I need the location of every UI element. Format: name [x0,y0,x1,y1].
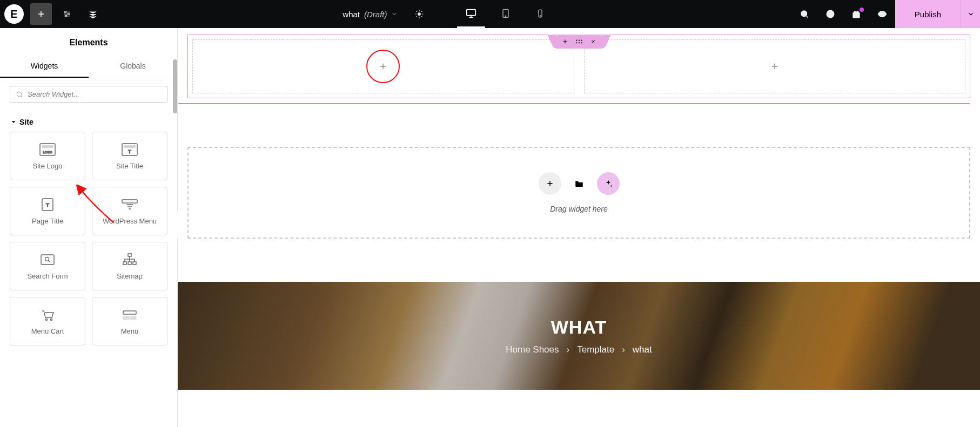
breadcrumb-separator: › [622,344,625,355]
search-form-icon [39,253,56,267]
publish-options-dropdown[interactable] [961,0,980,28]
finder-search-button[interactable] [794,3,815,25]
svg-point-39 [578,42,579,43]
widget-page-title[interactable]: T Page Title [10,187,85,235]
svg-rect-27 [123,262,126,265]
widget-label: Search Form [27,272,68,280]
widget-label: Sitemap [117,272,143,280]
ai-button[interactable] [597,172,620,195]
svg-text:LOGO: LOGO [43,151,52,154]
search-widget-input[interactable] [10,86,167,103]
svg-text:T: T [46,202,49,208]
svg-rect-29 [133,262,136,265]
drag-hint-text: Drag widget here [550,205,608,213]
search-icon [800,9,809,19]
svg-point-36 [578,40,579,41]
category-site-header[interactable]: Site [0,110,177,132]
delete-section-button[interactable] [586,36,600,48]
page-title-icon: T [39,198,56,212]
widget-site-logo[interactable]: LOGO Site Logo [10,132,85,180]
svg-rect-4 [467,9,476,15]
structure-button[interactable] [82,3,104,25]
breadcrumb-separator: › [567,344,570,355]
help-button[interactable] [820,3,841,25]
add-widget-button-highlighted[interactable] [366,50,400,83]
tablet-icon [500,8,511,19]
desktop-icon [465,8,477,19]
column-1[interactable] [192,39,574,93]
drag-handle-icon [575,39,583,44]
edit-section-button[interactable] [572,36,586,48]
tab-globals[interactable]: Globals [89,55,177,78]
responsive-mobile-tab[interactable] [526,0,554,28]
new-section-dropzone[interactable]: Drag widget here [187,147,970,239]
page-settings-button[interactable] [408,3,430,25]
svg-rect-34 [130,316,136,320]
tab-widgets[interactable]: Widgets [0,55,89,78]
svg-point-25 [45,257,49,261]
svg-rect-24 [41,255,54,265]
add-elements-button[interactable] [30,3,52,25]
sidebar-scrollbar[interactable] [173,59,177,113]
hero-title: WHAT [551,317,607,338]
svg-point-3 [418,13,421,16]
breadcrumb-template[interactable]: Template [577,344,614,355]
plus-icon [378,62,388,71]
breadcrumb-current: what [633,344,652,355]
document-name: what [343,10,360,19]
add-template-button[interactable] [568,172,590,195]
menu-cart-icon [39,308,56,322]
widget-sitemap[interactable]: Sitemap [92,242,167,290]
site-settings-button[interactable] [56,3,78,25]
widget-label: Page Title [32,217,63,225]
svg-rect-33 [123,316,129,320]
search-icon [16,91,23,98]
search-input-field[interactable] [28,90,162,98]
preview-button[interactable] [871,3,893,25]
svg-point-13 [881,13,884,16]
svg-point-2 [65,15,67,17]
breadcrumb: Home Shoes › Template › what [506,344,652,355]
svg-point-30 [46,318,48,320]
document-status: (Draft) [364,10,387,19]
responsive-desktop-tab[interactable] [457,0,485,28]
notification-dot [860,8,864,12]
svg-text:T: T [128,149,131,154]
svg-rect-19 [124,146,135,147]
svg-rect-28 [128,262,131,265]
svg-point-14 [17,92,21,96]
svg-point-1 [68,13,70,15]
elementor-logo[interactable]: E [0,0,28,28]
plus-icon [546,179,554,188]
whats-new-button[interactable] [845,3,867,25]
add-new-section-button[interactable] [539,172,561,195]
svg-rect-26 [128,254,131,256]
svg-rect-23 [122,200,137,203]
document-title-dropdown[interactable]: what (Draft) [343,10,398,19]
widget-site-title[interactable]: T Site Title [92,132,167,180]
section-container[interactable] [187,35,970,98]
add-section-button[interactable] [558,36,572,48]
add-widget-button[interactable] [766,58,783,75]
widget-menu[interactable]: Menu [92,297,167,345]
hero-section: WHAT Home Shoes › Template › what [178,282,980,390]
widget-label: Site Title [116,162,143,170]
breadcrumb-home[interactable]: Home Shoes [506,344,559,355]
site-logo-icon: LOGO [39,143,56,157]
widget-search-form[interactable]: Search Form [10,242,85,290]
folder-icon [574,179,584,188]
eye-icon [877,9,887,19]
mobile-icon [535,9,545,18]
svg-point-40 [581,42,582,43]
widget-menu-cart[interactable]: Menu Cart [10,297,85,345]
close-icon [590,38,596,45]
svg-point-37 [581,40,582,41]
publish-button[interactable]: Publish [895,0,961,28]
widget-wordpress-menu[interactable]: WordPress Menu [92,187,167,235]
responsive-tablet-tab[interactable] [492,0,520,28]
chevron-down-icon [967,10,975,18]
category-label: Site [19,118,33,126]
svg-point-11 [830,16,830,16]
column-2[interactable] [584,39,966,93]
plus-icon [562,38,568,45]
